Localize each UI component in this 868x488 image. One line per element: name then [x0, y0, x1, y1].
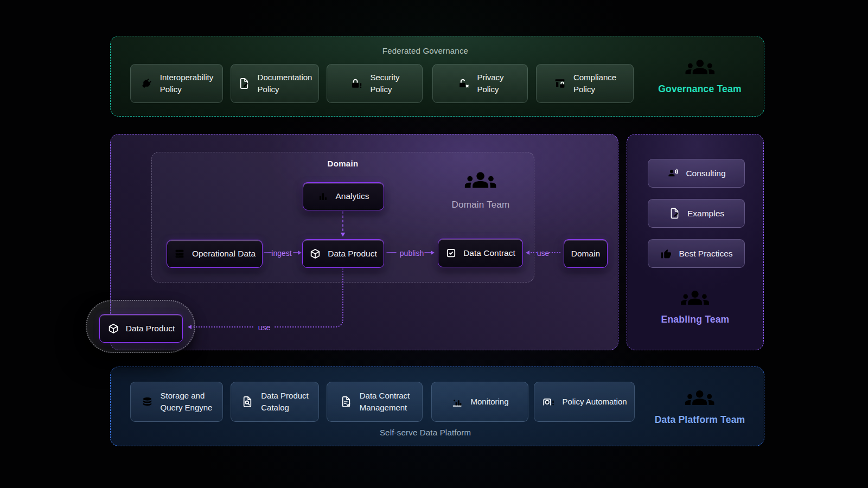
governance-section-title: Federated Governance — [382, 46, 468, 55]
domain-team: Domain Team — [452, 169, 510, 210]
governance-team-label: Governance Team — [658, 84, 741, 95]
policy-card-label: Interoperability Policy — [160, 72, 213, 95]
node-operational-data[interactable]: Operational Data — [167, 240, 263, 268]
package-icon — [107, 323, 119, 335]
node-label: Data Product — [126, 324, 175, 333]
edge-label-use-domain: use — [537, 249, 550, 258]
edge-label-publish: publish — [400, 249, 424, 258]
people-group-icon — [685, 57, 714, 76]
package-icon — [309, 248, 321, 260]
platform-team: Data Platform Team — [655, 388, 745, 426]
platform-card-policy-automation[interactable]: Policy Automation — [534, 382, 635, 422]
node-data-contract[interactable]: Data Contract — [438, 239, 523, 267]
consulting-button[interactable]: Consulting — [648, 159, 745, 188]
document-edit-icon — [238, 77, 251, 90]
node-consumer-data-product[interactable]: Data Product — [99, 314, 183, 343]
policy-card-label: Compliance Policy — [573, 72, 616, 95]
plug-icon — [140, 77, 153, 90]
best-practices-label: Best Practices — [679, 249, 732, 259]
policy-card-privacy[interactable]: Privacy Policy — [432, 64, 528, 103]
governance-section: Federated Governance Interoperability Po… — [110, 36, 764, 117]
calendar-check-icon — [445, 247, 457, 259]
examples-label: Examples — [687, 209, 724, 219]
platform-card-catalog[interactable]: Data Product Catalog — [231, 382, 319, 422]
platform-card-contract-management[interactable]: Data Contract Management — [327, 382, 423, 422]
document-edit-icon — [668, 207, 681, 220]
monitoring-icon — [451, 396, 463, 408]
people-group-icon — [681, 288, 710, 307]
platform-card-label: Data Contract Management — [360, 390, 410, 414]
examples-button[interactable]: Examples — [648, 199, 745, 228]
enabling-team: Enabling Team — [661, 288, 730, 325]
node-label: Operational Data — [192, 249, 256, 259]
platform-team-label: Data Platform Team — [655, 414, 745, 426]
edge-label-use-consumer: use — [258, 323, 271, 332]
policy-card-label: Security Policy — [370, 72, 399, 95]
storefront-lock-icon — [553, 77, 566, 90]
policy-card-label: Privacy Policy — [477, 72, 503, 95]
platform-card-label: Storage and Query Engyne — [161, 390, 213, 414]
node-domain[interactable]: Domain — [564, 239, 608, 268]
policy-card-security[interactable]: Security Policy — [327, 64, 423, 103]
node-label: Data Product — [328, 249, 376, 259]
policy-card-compliance[interactable]: Compliance Policy — [536, 64, 634, 103]
consulting-label: Consulting — [686, 169, 725, 178]
document-search-icon — [241, 395, 254, 408]
platform-card-storage[interactable]: Storage and Query Engyne — [130, 382, 223, 422]
people-group-icon — [465, 169, 496, 190]
best-practices-button[interactable]: Best Practices — [648, 239, 745, 268]
policy-card-interoperability[interactable]: Interoperability Policy — [130, 64, 223, 103]
platform-card-monitoring[interactable]: Monitoring — [431, 382, 528, 422]
node-label: Domain — [571, 249, 600, 259]
node-label: Data Contract — [463, 248, 515, 258]
server-icon — [174, 248, 186, 260]
document-check-icon — [340, 395, 353, 408]
enabling-team-label: Enabling Team — [661, 314, 730, 325]
platform-card-label: Policy Automation — [562, 396, 627, 408]
node-analytics[interactable]: Analytics — [303, 182, 384, 210]
domain-team-label: Domain Team — [452, 200, 510, 210]
platform-card-label: Data Product Catalog — [261, 390, 309, 414]
thumb-up-icon — [660, 247, 672, 260]
domain-boundary-title: Domain — [328, 159, 359, 168]
database-icon — [141, 396, 154, 408]
people-group-icon — [685, 388, 714, 407]
edge-label-ingest: ingest — [271, 249, 291, 258]
bar-chart-icon — [317, 191, 329, 202]
node-data-product[interactable]: Data Product — [302, 239, 384, 268]
platform-section-title: Self-serve Data Platform — [380, 428, 471, 437]
voice-icon — [667, 167, 679, 179]
data-mesh-architecture-diagram: Federated Governance Interoperability Po… — [0, 0, 868, 488]
node-label: Analytics — [335, 191, 369, 201]
platform-section: Storage and Query Engyne Data Product Ca… — [110, 367, 764, 446]
platform-card-label: Monitoring — [470, 396, 508, 408]
lock-alert-icon — [349, 78, 363, 90]
enabling-section: Consulting Examples Best Practices Enabl… — [627, 134, 764, 350]
policy-card-label: Documentation Policy — [258, 72, 312, 95]
policy-automation-icon — [541, 396, 555, 408]
governance-team: Governance Team — [658, 57, 741, 95]
policy-card-documentation[interactable]: Documentation Policy — [231, 64, 319, 103]
lock-open-x-icon — [456, 78, 470, 90]
